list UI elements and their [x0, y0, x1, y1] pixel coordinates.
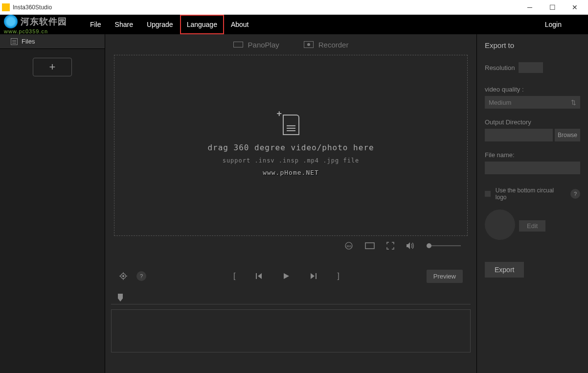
- transport-bar: ? [ ] Preview: [105, 262, 476, 290]
- chevron-updown-icon: ⇅: [571, 99, 576, 106]
- sidebar-files-label: Files: [22, 38, 35, 45]
- playhead[interactable]: [118, 294, 123, 302]
- outdir-label: Output Directory: [485, 118, 580, 126]
- app-icon: [2, 3, 10, 11]
- export-title: Export to: [485, 41, 580, 49]
- menu-about[interactable]: About: [224, 15, 256, 34]
- mark-out-button[interactable]: ]: [337, 272, 339, 280]
- preview-button[interactable]: Preview: [427, 270, 463, 283]
- panoplay-icon: [233, 42, 243, 47]
- list-icon: [11, 38, 18, 45]
- drop-sub-text: support .insv .insp .mp4 .jpg file: [223, 157, 360, 164]
- tab-recorder-label: Recorder: [318, 41, 349, 49]
- svg-text:360: 360: [346, 245, 352, 248]
- svg-rect-6: [316, 273, 317, 279]
- outdir-input[interactable]: [485, 129, 553, 141]
- drop-main-text: drag 360 degree video/photo here: [207, 143, 374, 152]
- export-panel: Export to Resolution video quality : Med…: [476, 34, 588, 373]
- edit-logo-button[interactable]: Edit: [519, 220, 545, 232]
- recorder-icon: [304, 41, 314, 48]
- sidebar: Files +: [0, 34, 105, 373]
- timeline[interactable]: [105, 294, 476, 357]
- menu-share[interactable]: Share: [108, 15, 140, 34]
- drop-zone[interactable]: drag 360 degree video/photo here support…: [114, 55, 468, 236]
- menu-file[interactable]: File: [88, 15, 108, 34]
- quality-value: Medium: [489, 99, 511, 106]
- minimize-button[interactable]: ─: [519, 0, 541, 15]
- main-area: PanoPlay Recorder drag 360 degree video/…: [105, 34, 476, 373]
- menu-language[interactable]: Language: [180, 15, 224, 34]
- browse-button[interactable]: Browse: [555, 129, 580, 141]
- svg-rect-5: [256, 273, 257, 279]
- tab-panoplay-label: PanoPlay: [248, 41, 279, 49]
- tab-panoplay[interactable]: PanoPlay: [233, 41, 279, 49]
- sidebar-files-header[interactable]: Files: [0, 34, 105, 49]
- player-controls: 360: [105, 236, 476, 256]
- locate-button[interactable]: [119, 272, 128, 280]
- export-button[interactable]: Export: [485, 262, 524, 278]
- circual-logo-label: Use the bottom circual logo: [496, 187, 565, 201]
- fullscreen-button[interactable]: [386, 242, 394, 250]
- app-logo: 河东软件园 www.pc0359.cn: [0, 15, 88, 34]
- filename-input[interactable]: [485, 162, 580, 174]
- quality-label: video quality :: [485, 86, 580, 93]
- circual-logo-checkbox[interactable]: [485, 191, 491, 197]
- logo-icon: [4, 15, 18, 28]
- window-title: Insta360Studio: [13, 4, 519, 11]
- volume-slider[interactable]: [427, 245, 461, 246]
- timeline-track[interactable]: [111, 309, 471, 352]
- svg-rect-2: [365, 243, 374, 249]
- aspect-button[interactable]: [365, 242, 375, 249]
- next-frame-button[interactable]: [310, 272, 317, 280]
- menu-bar: 河东软件园 www.pc0359.cn File Share Upgrade L…: [0, 15, 588, 34]
- window-titlebar: Insta360Studio ─ ☐ ✕: [0, 0, 588, 15]
- menu-login[interactable]: Login: [538, 15, 568, 34]
- transport-help-button[interactable]: ?: [136, 271, 146, 281]
- prev-frame-button[interactable]: [255, 272, 263, 280]
- mark-in-button[interactable]: [: [233, 272, 235, 280]
- close-button[interactable]: ✕: [564, 0, 586, 15]
- svg-point-4: [123, 276, 124, 277]
- resolution-label: Resolution: [485, 64, 515, 71]
- resolution-input[interactable]: [519, 62, 543, 73]
- logo-brand-text: 河东软件园: [21, 16, 67, 27]
- watermark-text: www.pHome.NET: [263, 169, 319, 176]
- filename-label: File name:: [485, 151, 580, 159]
- maximize-button[interactable]: ☐: [541, 0, 564, 15]
- tab-recorder[interactable]: Recorder: [304, 41, 349, 49]
- vr-mode-button[interactable]: 360: [344, 241, 353, 250]
- add-file-button[interactable]: +: [33, 58, 72, 76]
- play-button[interactable]: [282, 272, 290, 280]
- file-icon: [283, 115, 299, 135]
- logo-url: www.pc0359.cn: [4, 28, 88, 34]
- logo-preview: [485, 210, 515, 240]
- volume-button[interactable]: [406, 242, 415, 250]
- quality-select[interactable]: Medium ⇅: [485, 96, 580, 109]
- menu-upgrade[interactable]: Upgrade: [140, 15, 180, 34]
- circual-help-button[interactable]: ?: [570, 189, 580, 199]
- timeline-ruler[interactable]: [111, 294, 471, 304]
